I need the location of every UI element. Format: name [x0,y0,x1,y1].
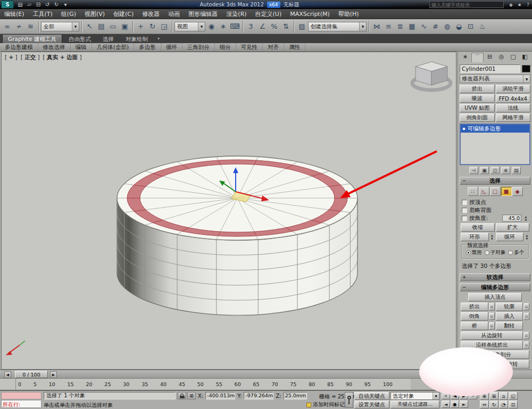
named-selection-dropdown[interactable]: 创建选择集▼ [308,22,367,31]
set-keys-icon[interactable] [345,392,353,408]
modifier-button[interactable]: 涡轮平滑 [496,85,531,93]
modifier-list-dropdown[interactable]: 修改器列表 ▼ [460,75,530,83]
schematic-view-icon[interactable]: # [430,21,441,32]
select-and-move-icon[interactable]: + [135,21,146,32]
ribbon-panel-button[interactable]: 对齐 [263,43,284,51]
menu-item[interactable]: 修改器 [138,9,164,19]
percent-snap-icon[interactable]: % [269,21,280,32]
edit-polygons-rollout-header[interactable]: − 编辑多边形 [460,283,530,291]
render-setup-icon[interactable]: ◒ [453,21,464,32]
zoom-all-icon[interactable]: ⊞ [489,392,498,400]
save-file-icon[interactable]: ⊟ [34,1,43,9]
render-production-icon[interactable]: ♨ [477,21,488,32]
menu-item[interactable]: 创建(C) [109,9,138,19]
ring-button[interactable]: 环形 [461,233,489,241]
key-mode-toggle-icon[interactable]: ◄ [442,400,450,408]
selection-lock-icon[interactable] [178,392,186,399]
hinge-from-edge-button[interactable]: 从边旋转 [461,331,523,340]
viewport-canvas[interactable] [2,52,456,369]
remove-modifier-icon[interactable]: ⊗ [501,167,510,174]
viewcube[interactable] [412,62,451,90]
edit-poly-button[interactable]: 桥 [461,322,488,330]
bind-to-space-warp-icon[interactable]: ≋ [25,21,36,32]
dropdown-arrow-icon[interactable]: ▼ [198,22,205,31]
next-frame-arrow[interactable]: ▶ [50,371,57,378]
macro-recorder-field[interactable] [1,392,41,399]
utilities-tab-icon[interactable]: ◧ [519,53,530,62]
preview-radio[interactable]: 子对象 [485,249,506,256]
time-slider-handle[interactable]: 0 / 100 [15,371,48,378]
edit-named-selection-sets-icon[interactable]: ▧ [296,21,307,32]
menu-item[interactable]: 组(G) [57,9,80,19]
ignore-backfacing-checkbox[interactable] [462,208,467,213]
insert-vertex-button[interactable]: 插入顶点 [468,293,522,301]
selection-filter-dropdown[interactable]: 全部▼ [41,22,79,31]
redo-icon[interactable]: ↻ [52,1,61,9]
modify-tab-icon[interactable]: ⌒ [471,53,484,62]
current-frame-icon[interactable]: ● [451,400,459,408]
orbit-icon[interactable]: ↻ [489,400,498,408]
open-file-icon[interactable]: ▱ [25,1,34,9]
collapse-icon[interactable]: − [462,284,467,290]
angle-value-field[interactable]: 45.0 [502,215,521,222]
snaps-toggle-icon[interactable]: 3 [245,21,256,32]
menu-item[interactable]: 编辑(E) [0,9,29,19]
modifier-stack-item[interactable]: ▪ 可编辑多边形 [461,125,529,133]
dropdown-arrow-icon[interactable]: ▼ [433,392,439,399]
menu-item[interactable]: 图形编辑器 [184,9,222,19]
ribbon-panel-button[interactable]: 修改选择 [38,43,71,51]
vertex-subobject-icon[interactable]: ∷ [468,187,478,196]
collapse-icon[interactable]: − [462,178,467,183]
zoom-extents-icon[interactable]: ⌂ [499,392,508,400]
help-icon[interactable]: ? [524,2,532,7]
modifier-button[interactable]: 倒角剖面 [460,113,495,122]
edit-poly-button[interactable]: 插入 [496,312,523,321]
grow-button[interactable]: 扩大 [496,223,530,232]
spinner-snap-icon[interactable]: ⇅ [280,21,292,32]
3ds-max-logo[interactable]: S [1,1,14,9]
graphite-ribbon-toggle-icon[interactable]: ▦ [406,21,418,32]
curve-editor-icon[interactable]: ∿ [418,21,429,32]
favorites-icon[interactable]: ★ [516,2,523,7]
ribbon-options-icon[interactable]: ▾ [157,36,160,41]
previous-frame-arrow[interactable]: ◀ [4,371,11,378]
menu-item[interactable]: 渲染(R) [222,9,251,19]
modifier-button[interactable]: UVW 贴图 [460,104,495,112]
ribbon-panel-button[interactable]: 可见性 [236,43,263,51]
settings-button[interactable]: ▫ [523,313,529,320]
next-key-icon[interactable]: ► [460,400,468,408]
expand-icon[interactable]: + [462,274,467,280]
settings-button[interactable]: ▫ [489,303,495,310]
settings-button[interactable]: ▫ [489,322,495,330]
ribbon-tab[interactable]: 选择 [97,35,119,43]
pin-stack-icon[interactable]: ⊣ [469,167,478,174]
settings-button[interactable]: ▫ [523,332,529,339]
undo-icon[interactable]: ↺ [43,1,52,9]
maxscript-mini-listener[interactable]: 所在行: [1,400,41,408]
select-object-icon[interactable]: ↖ [84,21,95,32]
keyboard-shortcut-override-icon[interactable]: ⌨ [229,21,240,32]
ribbon-panel-button[interactable]: 编辑 [71,43,92,51]
unlink-selection-icon[interactable]: ≁ [13,21,24,32]
by-angle-checkbox[interactable] [462,216,467,221]
dropdown-arrow-icon[interactable]: ▼ [359,22,366,31]
add-time-tag[interactable]: 添加时间标记 [306,401,345,408]
selected-filter-dropdown[interactable]: 选定对象 ▼ [390,392,439,400]
perspective-viewport[interactable]: + 正交 真实 + 边面 [1,52,456,370]
window-crossing-icon[interactable]: ▣ [119,21,130,32]
ribbon-panel-button[interactable]: 细分 [215,43,236,51]
motion-tab-icon[interactable]: ◎ [496,53,507,62]
modifier-button[interactable]: 网格平滑 [496,113,531,122]
modifier-button[interactable]: 挤出 [460,85,495,93]
hierarchy-tab-icon[interactable]: ⊟ [484,53,495,62]
pan-icon[interactable]: ⇔ [480,400,489,408]
ribbon-tab[interactable]: Graphite 建模工具 [2,34,62,43]
absolute-mode-icon[interactable]: ⊞ [187,392,196,399]
edit-poly-button[interactable]: 挤出 [461,302,488,311]
loop-button[interactable]: 循环 [496,233,524,241]
ribbon-tab[interactable]: 对象绘制 [120,35,153,43]
edge-subobject-icon[interactable]: ◺ [479,187,489,196]
border-subobject-icon[interactable]: □ [490,187,501,196]
edit-poly-button[interactable]: 翻转 [496,322,523,330]
viewport-general-menu[interactable]: + [5,54,18,61]
